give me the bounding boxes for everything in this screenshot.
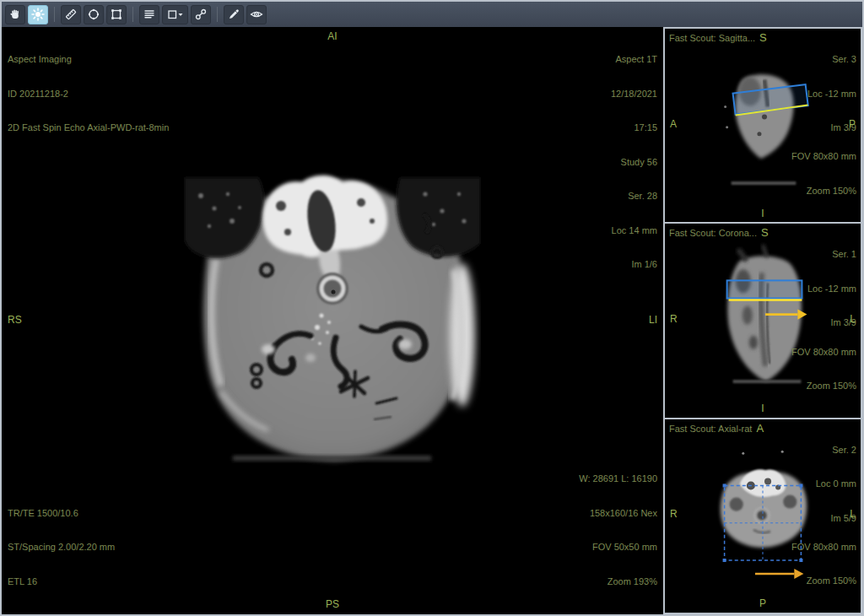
scout-display-info: FOV 80x80 mm Zoom 150% xyxy=(791,128,856,219)
display-params-overlay: W: 28691 L: 16190 158x160/16 Nex FOV 50x… xyxy=(579,451,657,610)
slice-location: Loc -12 mm xyxy=(807,284,856,295)
axial-mri-image xyxy=(184,170,481,467)
tag-button[interactable] xyxy=(224,5,244,24)
measure-button[interactable] xyxy=(61,5,81,24)
series-info-overlay: Aspect 1T 12/18/2021 17:15 Study 56 Ser.… xyxy=(611,31,657,294)
layout-dropdown-icon xyxy=(166,8,185,21)
mri-viewer-window: Aspect Imaging ID 20211218-2 2D Fast Spi… xyxy=(0,0,864,616)
toolbar-separator xyxy=(217,7,218,22)
rectangle-roi-button[interactable] xyxy=(106,5,127,24)
orientation-bottom-label: PS xyxy=(2,599,663,611)
study-info-overlay: Aspect Imaging ID 20211218-2 2D Fast Spi… xyxy=(8,31,169,157)
orientation-left-label: A xyxy=(670,118,677,130)
image-number: Im 1/6 xyxy=(611,259,657,271)
series-number: Ser. 1 xyxy=(807,249,856,261)
zoom-value: Zoom 150% xyxy=(791,381,856,392)
orientation-right-label: LI xyxy=(649,315,657,327)
zoom-value: Zoom 150% xyxy=(791,186,856,197)
fov-value: FOV 80x80 mm xyxy=(791,347,856,359)
window-level-button[interactable] xyxy=(28,5,48,24)
orientation-bottom-label: I xyxy=(665,403,861,415)
layout-button[interactable] xyxy=(162,5,188,24)
matrix-nex: 158x160/16 Nex xyxy=(579,508,657,520)
orientation-left-label: R xyxy=(670,509,678,521)
study-number: Study 56 xyxy=(611,157,657,169)
scout-title: Fast Scout: Sagitta... xyxy=(669,33,755,43)
orientation-left-label: RS xyxy=(8,315,22,327)
zoom-value: Zoom 193% xyxy=(579,576,657,588)
scan-time: 17:15 xyxy=(611,122,657,134)
scan-date: 12/18/2021 xyxy=(611,89,657,100)
scout-panel-coronal[interactable]: Fast Scout: Corona...S Ser. 1 Loc -12 mm… xyxy=(665,224,861,417)
panel-title: Fast Scout: Corona...S xyxy=(669,226,769,239)
lines-icon xyxy=(143,8,156,21)
pan-button[interactable] xyxy=(5,5,25,24)
content-area: Aspect Imaging ID 20211218-2 2D Fast Spi… xyxy=(2,27,862,614)
scout-panel-axial[interactable]: Fast Scout: Axial-ratA Ser. 2 Loc 0 mm I… xyxy=(665,419,861,613)
scout-title: Fast Scout: Axial-rat xyxy=(669,424,752,434)
series-number: Ser. 3 xyxy=(807,54,856,66)
brightness-icon xyxy=(31,8,45,21)
series-number: Ser. 2 xyxy=(816,445,856,457)
rectangle-icon xyxy=(110,8,123,21)
main-viewport[interactable]: Aspect Imaging ID 20211218-2 2D Fast Spi… xyxy=(2,27,663,614)
scout-display-info: FOV 80x80 mm Zoom 150% xyxy=(791,519,856,610)
toolbar xyxy=(2,2,862,27)
brush-icon xyxy=(227,8,240,21)
vendor-label: Aspect Imaging xyxy=(8,54,169,66)
ellipse-icon xyxy=(87,8,100,21)
panel-title: Fast Scout: Sagitta...S xyxy=(669,31,767,44)
zoom-value: Zoom 150% xyxy=(791,575,856,587)
fov-value: FOV 80x80 mm xyxy=(791,542,856,554)
orientation-top-label: S xyxy=(759,31,767,44)
toolbar-separator xyxy=(132,7,133,22)
ruler-icon xyxy=(64,8,78,21)
link-icon xyxy=(194,8,208,21)
fov-value: FOV 50x50 mm xyxy=(579,542,657,554)
toolbar-separator xyxy=(54,7,55,22)
slice-location: Loc 0 mm xyxy=(816,478,856,490)
slice-location: Loc -12 mm xyxy=(807,89,856,100)
slice-location: Loc 14 mm xyxy=(611,225,657,237)
ellipse-roi-button[interactable] xyxy=(84,5,104,24)
window-level-values: W: 28691 L: 16190 xyxy=(579,473,657,485)
slice-thickness: ST/Spacing 2.00/2.20 mm xyxy=(8,542,115,554)
orientation-bottom-label: P xyxy=(665,598,861,610)
orientation-top-label: S xyxy=(761,226,769,239)
scout-title: Fast Scout: Corona... xyxy=(669,228,757,238)
orientation-left-label: R xyxy=(670,314,678,326)
tr-te: TR/TE 1500/10.6 xyxy=(8,508,115,520)
annotations-button[interactable] xyxy=(139,5,159,24)
eye-icon xyxy=(250,8,263,21)
sequence-name: 2D Fast Spin Echo Axial-PWD-rat-8min xyxy=(8,122,169,134)
scout-column: Fast Scout: Sagitta...S Ser. 3 Loc -12 m… xyxy=(663,27,862,614)
panel-title: Fast Scout: Axial-ratA xyxy=(669,422,764,435)
orientation-top-label: AI xyxy=(2,31,663,43)
scout-panel-sagittal[interactable]: Fast Scout: Sagitta...S Ser. 3 Loc -12 m… xyxy=(665,29,861,222)
visibility-button[interactable] xyxy=(246,5,267,24)
series-number: Ser. 28 xyxy=(611,191,657,203)
fov-value: FOV 80x80 mm xyxy=(791,151,856,163)
orientation-top-label: A xyxy=(756,422,764,435)
patient-id: ID 20211218-2 xyxy=(8,89,169,100)
scout-display-info: FOV 80x80 mm Zoom 150% xyxy=(791,324,856,415)
acquisition-params-overlay: TR/TE 1500/10.6 ST/Spacing 2.00/2.20 mm … xyxy=(8,485,115,611)
scanner-label: Aspect 1T xyxy=(611,54,657,66)
etl: ETL 16 xyxy=(8,576,115,588)
link-series-button[interactable] xyxy=(191,5,211,24)
orientation-bottom-label: I xyxy=(665,208,861,220)
hand-icon xyxy=(8,8,22,21)
